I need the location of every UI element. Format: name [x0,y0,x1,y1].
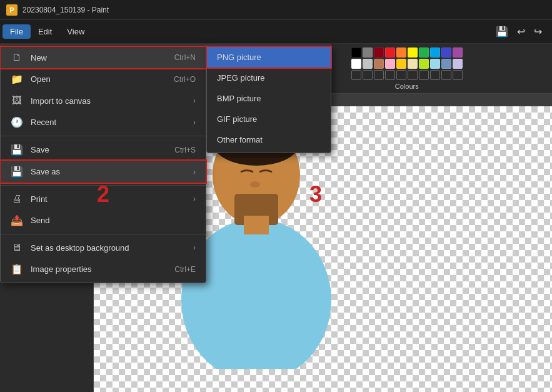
color-custom-3[interactable] [374,70,384,80]
menu-divider-3 [1,234,206,234]
file-menu: 🗋 New Ctrl+N 📁 Open Ctrl+O 🖼 Import to c… [0,44,206,283]
menu-item-new[interactable]: 🗋 New Ctrl+N [1,47,206,68]
recent-icon: 🕐 [11,116,23,128]
color-blue[interactable] [441,48,451,58]
color-custom-2[interactable] [363,70,373,80]
open-label: Open [31,74,166,84]
toolbar-quick-actions: 💾 ↩ ↪ [493,24,549,39]
color-custom-9[interactable] [441,70,451,80]
desktop-label: Set as desktop background [31,243,186,253]
recent-arrow: › [193,118,196,127]
submenu-other[interactable]: Other format [207,129,331,150]
color-gray[interactable] [363,48,373,58]
png-label: PNG picture [217,53,261,62]
step-badge-2: 2 [97,181,109,208]
open-shortcut: Ctrl+O [174,75,196,84]
submenu-bmp[interactable]: BMP picture [207,88,331,109]
color-custom-1[interactable] [351,70,361,80]
color-darkred[interactable] [374,48,384,58]
other-label: Other format [217,135,263,144]
submenu-jpeg[interactable]: JPEG picture [207,68,331,88]
color-yellow[interactable] [408,48,418,58]
color-custom-4[interactable] [385,70,395,80]
saveas-arrow: › [193,168,196,176]
menu-item-import[interactable]: 🖼 Import to canvas › [1,90,206,111]
new-shortcut: Ctrl+N [174,53,196,62]
color-orange[interactable] [396,48,406,58]
color-custom-10[interactable] [453,70,463,80]
menu-edit[interactable]: Edit [31,24,59,39]
app-icon: P [6,4,18,16]
color-lime[interactable] [419,59,429,69]
color-custom-7[interactable] [419,70,429,80]
svg-point-3 [250,181,260,188]
new-icon: 🗋 [11,52,23,63]
color-brown[interactable] [374,59,384,69]
send-label: Send [31,216,196,225]
color-custom-8[interactable] [430,70,440,80]
menu-item-save[interactable]: 💾 Save Ctrl+S [1,139,206,161]
colors-row-3 [351,70,463,80]
menu-file[interactable]: File [3,24,31,39]
colors-row-2 [351,59,463,69]
menu-item-properties[interactable]: 📋 Image properties Ctrl+E [1,258,206,280]
color-red[interactable] [385,48,395,58]
color-custom-6[interactable] [408,70,418,80]
gif-label: GIF picture [217,114,257,124]
menu-item-saveas[interactable]: 💾 Save as › [1,161,206,183]
save-menu-icon: 💾 [11,144,23,156]
colors-section-label: Colours [351,83,463,90]
saveas-submenu: PNG picture JPEG picture BMP picture GIF… [206,44,331,153]
saveas-label: Save as [31,167,186,176]
color-black[interactable] [351,48,361,58]
print-icon: 🖨 [11,193,23,204]
menu-item-desktop[interactable]: 🖥 Set as desktop background › [1,237,206,258]
saveas-icon: 💾 [11,166,23,178]
import-arrow: › [193,96,196,105]
menu-item-send[interactable]: 📤 Send [1,209,206,231]
import-icon: 🖼 [11,95,23,106]
send-icon: 📤 [11,214,23,226]
desktop-icon: 🖥 [11,242,23,253]
menu-item-open[interactable]: 📁 Open Ctrl+O [1,68,206,90]
save-shortcut: Ctrl+S [174,146,196,154]
color-lightblue[interactable] [430,48,440,58]
redo-icon[interactable]: ↪ [531,24,544,39]
save-label: Save [31,145,167,154]
menu-bar: File Edit View 💾 ↩ ↪ [0,20,552,44]
color-white[interactable] [351,59,361,69]
color-green[interactable] [419,48,429,58]
new-label: New [31,53,167,63]
menu-view[interactable]: View [59,24,92,39]
colors-grid [351,48,463,80]
colors-section: Colours [344,45,470,93]
menu-divider-1 [1,136,206,136]
color-slate[interactable] [441,59,451,69]
colors-row-1 [351,48,463,58]
color-custom-5[interactable] [396,70,406,80]
color-gold[interactable] [396,59,406,69]
svg-rect-6 [244,216,269,234]
submenu-gif[interactable]: GIF picture [207,109,331,129]
color-cream[interactable] [408,59,418,69]
undo-icon[interactable]: ↩ [514,24,528,39]
jpeg-label: JPEG picture [217,73,265,83]
recent-label: Recent [31,118,186,127]
window-title: 20230804_150139 - Paint [23,6,109,14]
print-arrow: › [193,194,196,203]
step-badge-3: 3 [309,181,322,208]
desktop-arrow: › [193,243,196,252]
color-lightgray[interactable] [363,59,373,69]
color-sky[interactable] [430,59,440,69]
properties-shortcut: Ctrl+E [174,265,196,274]
color-lavender[interactable] [453,59,463,69]
color-purple[interactable] [453,48,463,58]
import-label: Import to canvas [31,96,186,106]
color-pink[interactable] [385,59,395,69]
bmp-label: BMP picture [217,94,261,103]
open-icon: 📁 [11,73,23,85]
title-bar: P 20230804_150139 - Paint [0,0,552,20]
save-icon[interactable]: 💾 [493,24,511,39]
submenu-png[interactable]: PNG picture [207,47,331,68]
menu-item-recent[interactable]: 🕐 Recent › [1,111,206,133]
